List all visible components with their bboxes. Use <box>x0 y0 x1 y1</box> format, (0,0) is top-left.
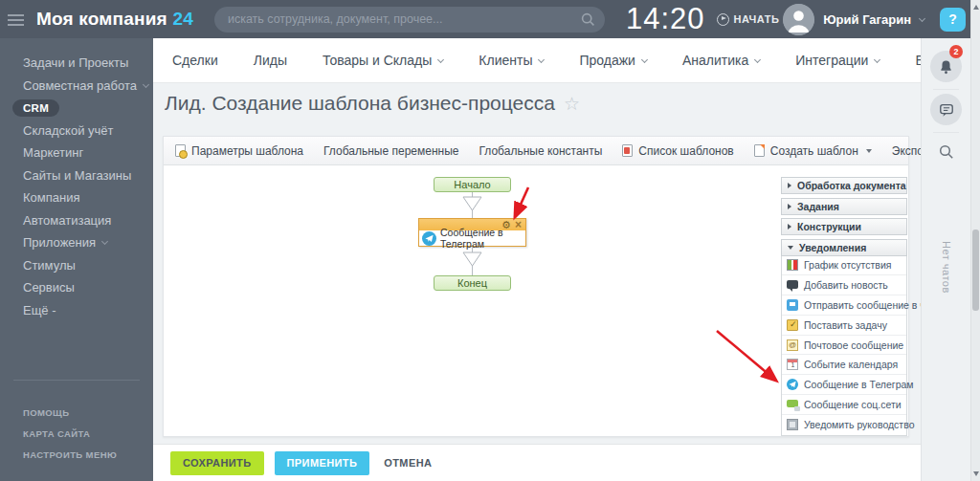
tab-sales[interactable]: Продажи <box>579 53 646 68</box>
hamburger-menu-icon[interactable] <box>8 14 24 16</box>
bell-icon <box>939 59 953 75</box>
triangle-down-icon <box>788 246 793 250</box>
avatar <box>783 4 814 35</box>
palette-category-document-processing[interactable]: Обработка документа <box>781 177 907 194</box>
company-logo[interactable]: Моя компания 24 <box>36 9 193 30</box>
palette-item-social-message[interactable]: Сообщение соц.сети <box>782 395 906 415</box>
absence-chart-icon <box>787 259 798 271</box>
palette-item-add-news[interactable]: Добавить новость <box>782 275 906 295</box>
chevron-down-icon <box>101 238 108 245</box>
palette-item-calendar-event[interactable]: Событие календаря <box>782 355 906 375</box>
triangle-right-icon <box>788 224 791 230</box>
chat-message-icon <box>787 299 798 311</box>
top-header-bar: Моя компания 24 14:20 НАЧАТЬ Юрий Гагари… <box>0 0 970 38</box>
activity-palette: Обработка документа Задания Конструкции … <box>781 177 907 436</box>
social-message-icon <box>787 400 798 407</box>
search-input[interactable] <box>214 7 605 33</box>
page-scrollbar[interactable] <box>970 0 980 481</box>
palette-category-constructions[interactable]: Конструкции <box>781 218 907 235</box>
tab-deals[interactable]: Сделки <box>172 53 218 68</box>
brand-suffix: 24 <box>172 9 193 29</box>
search-icon <box>939 144 954 160</box>
save-button[interactable]: СОХРАНИТЬ <box>170 451 264 475</box>
tab-leads[interactable]: Лиды <box>254 53 287 68</box>
sidebar-item-inventory[interactable]: Складской учёт <box>0 120 153 142</box>
chevron-down-icon <box>919 14 925 21</box>
template-params-button[interactable]: Параметры шаблона <box>175 144 303 158</box>
template-list-button[interactable]: Список шаблонов <box>622 144 733 158</box>
cancel-button[interactable]: ОТМЕНА <box>384 457 432 469</box>
sidebar-footer-menu: ПОМОЩЬ КАРТА САЙТА НАСТРОИТЬ МЕНЮ <box>0 402 153 465</box>
sidebar-item-sitemap[interactable]: КАРТА САЙТА <box>0 423 153 444</box>
bp-toolbar: Параметры шаблона Глобальные переменные … <box>164 137 908 165</box>
chevron-down-icon <box>874 56 880 63</box>
user-name: Юрий Гагарин <box>823 12 911 27</box>
sidebar-item-configure-menu[interactable]: НАСТРОИТЬ МЕНЮ <box>0 444 153 465</box>
tab-clients[interactable]: Клиенты <box>479 53 544 68</box>
chevron-down-icon <box>754 56 761 63</box>
rail-search-button[interactable] <box>930 136 962 167</box>
chevron-down-icon <box>641 56 648 63</box>
scrollbar-up-arrow-icon[interactable] <box>973 5 979 10</box>
sidebar-item-collaboration[interactable]: Совместная работа <box>0 75 153 98</box>
tab-integrations[interactable]: Интеграции <box>795 53 880 68</box>
caret-down-icon <box>866 149 872 153</box>
chevron-down-icon <box>437 56 444 63</box>
scrollbar-down-arrow-icon[interactable] <box>973 471 979 476</box>
palette-item-email-message[interactable]: @Почтовое сообщение <box>782 336 906 356</box>
sidebar-item-tasks[interactable]: Задачи и Проекты <box>0 52 153 75</box>
sidebar-item-company[interactable]: Компания <box>0 186 153 209</box>
task-icon <box>787 319 798 331</box>
notify-management-icon <box>787 419 798 430</box>
palette-item-create-task[interactable]: Поставить задачу <box>782 316 906 336</box>
rail-divider <box>933 132 959 133</box>
sidebar-item-services[interactable]: Сервисы <box>0 276 153 299</box>
sidebar-item-apps[interactable]: Приложения <box>0 231 153 254</box>
calendar-event-icon <box>787 359 798 370</box>
notifications-badge: 2 <box>949 45 963 58</box>
palette-item-send-chat-message[interactable]: Отправить сообщение в чат <box>782 295 906 316</box>
scrollbar-thumb[interactable] <box>972 230 979 311</box>
no-chats-status: Нет чатов <box>922 241 971 297</box>
sidebar-menu: Задачи и Проекты Совместная работа CRM С… <box>0 52 153 321</box>
user-menu[interactable]: Юрий Гагарин <box>783 4 924 35</box>
sidebar-item-help[interactable]: ПОМОЩЬ <box>0 402 153 423</box>
create-template-icon <box>754 144 765 157</box>
sidebar-item-incentives[interactable]: Стимулы <box>0 254 153 277</box>
start-workday-button[interactable]: НАЧАТЬ <box>717 13 780 26</box>
palette-item-absence-chart[interactable]: График отсутствия <box>782 256 906 276</box>
flow-end-node[interactable]: Конец <box>434 275 511 291</box>
chevron-down-icon <box>143 81 149 88</box>
rail-divider <box>933 89 959 90</box>
search-icon <box>581 12 595 27</box>
telegram-icon <box>787 379 798 390</box>
palette-category-tasks[interactable]: Задания <box>781 198 907 215</box>
tab-products[interactable]: Товары и Склады <box>323 53 443 68</box>
sidebar-item-marketing[interactable]: Маркетинг <box>0 142 153 164</box>
global-constants-button[interactable]: Глобальные константы <box>479 144 602 158</box>
sidebar-item-sites[interactable]: Сайты и Магазины <box>0 164 153 187</box>
triangle-right-icon <box>788 183 791 188</box>
create-template-button[interactable]: Создать шаблон <box>754 144 872 158</box>
page-title-row: Лид. Создание шаблона бизнес-процесса ☆ <box>165 92 580 115</box>
sidebar-item-crm[interactable]: CRM <box>0 97 153 120</box>
triangle-right-icon <box>788 204 791 209</box>
chat-button[interactable] <box>930 94 962 125</box>
sidebar-item-more[interactable]: Ещё - <box>0 299 153 322</box>
palette-item-notify-management[interactable]: Уведомить руководство <box>782 415 906 435</box>
tab-analytics[interactable]: Аналитика <box>682 53 760 68</box>
left-sidebar: Задачи и Проекты Совместная работа CRM С… <box>0 38 153 481</box>
favorite-star-icon[interactable]: ☆ <box>564 93 580 115</box>
help-button[interactable]: ? <box>940 8 966 32</box>
flow-start-node[interactable]: Начало <box>434 177 511 192</box>
sidebar-item-automation[interactable]: Автоматизация <box>0 209 153 232</box>
apply-button[interactable]: ПРИМЕНИТЬ <box>275 451 370 475</box>
chevron-down-icon <box>538 56 545 63</box>
global-variables-button[interactable]: Глобальные переменные <box>323 144 458 158</box>
worktime-clock[interactable]: 14:20 <box>626 2 705 36</box>
palette-category-notifications[interactable]: Уведомления <box>781 239 907 256</box>
flow-activity-node-telegram[interactable]: ⚙ × Сообщение в Телеграм <box>418 218 526 247</box>
palette-item-telegram-message[interactable]: Сообщение в Телеграм <box>782 375 906 395</box>
template-list-icon <box>622 144 633 157</box>
activity-node-body: Сообщение в Телеграм <box>419 230 525 246</box>
